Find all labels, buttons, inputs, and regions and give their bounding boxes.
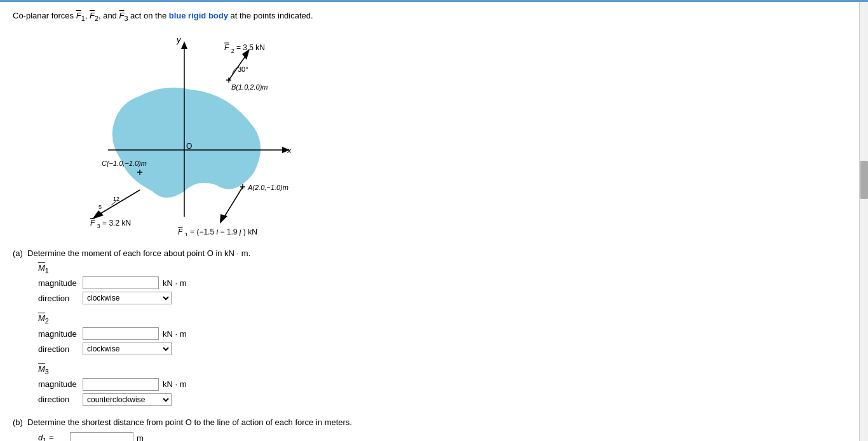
scrollbar-thumb[interactable]	[860, 161, 868, 199]
svg-marker-27	[220, 214, 227, 224]
main-container: Co-planar forces F1, F2, and F3 act on t…	[0, 0, 868, 441]
svg-text:C(−1.0,−1.0)m: C(−1.0,−1.0)m	[102, 159, 147, 167]
moment-2-magnitude-input[interactable]	[83, 327, 159, 340]
distance-1-unit: m	[137, 433, 144, 441]
svg-marker-21	[92, 210, 104, 219]
part-b-section: (b) Determine the shortest distance from…	[13, 417, 855, 441]
svg-text:O: O	[186, 142, 192, 151]
svg-text:5: 5	[98, 204, 102, 210]
moment-2-unit: kN · m	[163, 329, 187, 339]
svg-text:F
          1
           = (−1: F 1 = (−1.5 i − 1.9 j ) kN	[178, 227, 257, 236]
moment-1-group: M1 magnitude kN · m direction clockwise …	[38, 263, 855, 305]
svg-line-26	[222, 187, 243, 220]
magnitude-label-3: magnitude	[38, 379, 83, 389]
svg-text:y: y	[176, 35, 182, 44]
distance-group: d1 = m d2 = m d3 = m	[38, 432, 855, 441]
moment-3-unit: kN · m	[163, 379, 187, 389]
distance-1-input[interactable]	[70, 432, 133, 441]
svg-text:30°: 30°	[238, 65, 248, 73]
svg-text:x: x	[287, 146, 292, 155]
part-a-section: (a) Determine the moment of each force a…	[13, 248, 855, 406]
moment-3-group: M3 magnitude kN · m direction clockwise …	[38, 364, 855, 406]
direction-label-3: direction	[38, 395, 83, 404]
moment-1-magnitude-input[interactable]	[83, 276, 159, 289]
svg-text:B(1.0,2.0)m: B(1.0,2.0)m	[231, 83, 268, 91]
svg-text:12: 12	[113, 196, 119, 202]
moment-2-direction-select[interactable]: clockwise counterclockwise	[83, 343, 172, 355]
moment-3-magnitude-row: magnitude kN · m	[38, 378, 855, 391]
magnitude-label-2: magnitude	[38, 329, 83, 339]
diagram-container: y x O 30° F 2 = 3.5 kN	[38, 32, 305, 236]
svg-marker-2	[181, 41, 187, 49]
moment-3-direction-row: direction clockwise counterclockwise	[38, 393, 855, 406]
moment-1-unit: kN · m	[163, 278, 187, 288]
scrollbar[interactable]	[859, 2, 868, 441]
part-b-label: (b) Determine the shortest distance from…	[13, 417, 855, 427]
moment-1-label: M1	[38, 263, 855, 275]
moment-3-direction-select[interactable]: clockwise counterclockwise	[83, 393, 172, 406]
moment-1-magnitude-row: magnitude kN · m	[38, 276, 855, 289]
magnitude-label-1: magnitude	[38, 278, 83, 288]
direction-label-1: direction	[38, 294, 83, 303]
moment-2-direction-row: direction clockwise counterclockwise	[38, 343, 855, 355]
problem-statement: Co-planar forces F1, F2, and F3 act on t…	[13, 10, 855, 24]
distance-1-row: d1 = m	[38, 432, 855, 441]
svg-line-20	[95, 190, 140, 217]
moment-1-direction-row: direction clockwise counterclockwise	[38, 292, 855, 304]
diagram-section: y x O 30° F 2 = 3.5 kN	[13, 32, 855, 236]
moment-3-magnitude-input[interactable]	[83, 378, 159, 391]
moment-1-direction-select[interactable]: clockwise counterclockwise	[83, 292, 172, 304]
moment-2-group: M2 magnitude kN · m direction clockwise …	[38, 313, 855, 355]
part-a-label: (a) Determine the moment of each force a…	[13, 248, 855, 258]
svg-text:F
          3
           = 3.2: F 3 = 3.2 kN	[90, 219, 131, 230]
distance-1-label: d1 =	[38, 433, 70, 441]
moment-3-label: M3	[38, 364, 855, 376]
moment-2-magnitude-row: magnitude kN · m	[38, 327, 855, 340]
moment-2-label: M2	[38, 313, 855, 325]
svg-text:A(2.0,−1.0)m: A(2.0,−1.0)m	[247, 184, 288, 191]
direction-label-2: direction	[38, 344, 83, 354]
